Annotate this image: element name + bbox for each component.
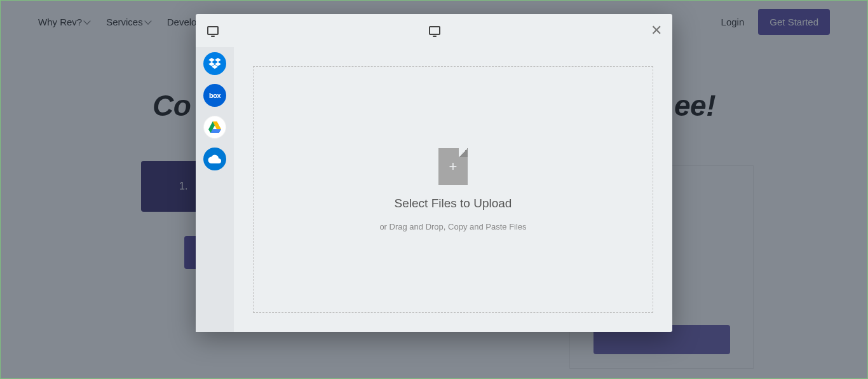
source-rail: box [196,47,234,332]
source-onedrive-button[interactable] [203,148,226,170]
file-picker-modal: ✕ box [196,14,672,332]
modal-header-center [219,26,651,35]
source-box-button[interactable]: box [203,84,226,107]
dropzone-container: + Select Files to Upload or Drag and Dro… [234,47,672,332]
monitor-icon [429,26,440,35]
dropbox-icon [208,58,221,69]
source-dropbox-button[interactable] [203,52,226,75]
monitor-icon [207,26,219,35]
file-dropzone[interactable]: + Select Files to Upload or Drag and Dro… [253,66,653,313]
close-icon[interactable]: ✕ [651,24,662,38]
box-icon: box [209,92,220,99]
gdrive-icon [208,121,221,133]
modal-body: box [196,47,672,332]
dropzone-title: Select Files to Upload [395,196,512,210]
onedrive-icon [208,155,222,163]
dropzone-subtitle: or Drag and Drop, Copy and Paste Files [379,222,526,231]
source-gdrive-button[interactable] [203,116,226,139]
modal-header: ✕ [196,14,672,47]
source-local-tab[interactable] [207,26,219,35]
file-plus-icon: + [438,148,468,185]
plus-icon: + [449,160,458,174]
